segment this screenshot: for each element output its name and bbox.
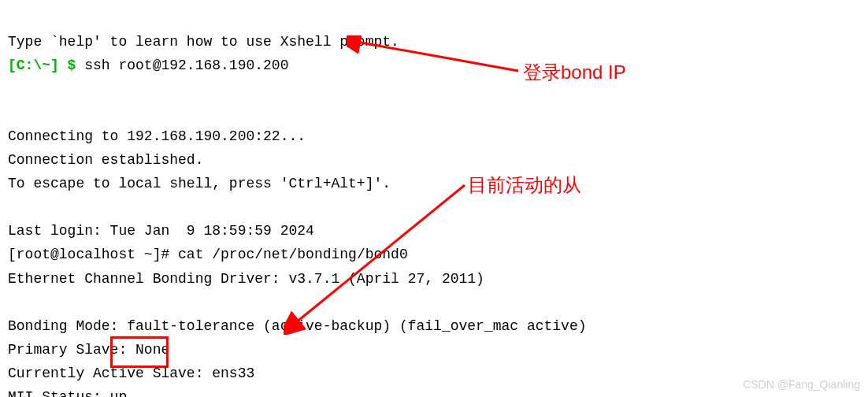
last-login: Last login: Tue Jan 9 18:59:59 2024 <box>8 223 314 239</box>
root-prompt: [root@localhost ~]# <box>8 247 178 262</box>
connecting-text: Connecting to 192.168.190.200:22... <box>8 128 306 144</box>
prompt-path: [C:\~] <box>8 58 59 73</box>
help-text: Type `help' to learn how to use Xshell p… <box>8 34 399 50</box>
bonding-mode: Bonding Mode: fault-tolerance (active-ba… <box>8 318 587 334</box>
connection-established: Connection established. <box>8 152 203 168</box>
escape-hint: To escape to local shell, press 'Ctrl+Al… <box>8 176 391 191</box>
prompt-symbol: $ <box>59 58 84 73</box>
active-slave: Currently Active Slave: ens33 <box>8 365 254 381</box>
terminal-output: Type `help' to learn how to use Xshell p… <box>8 6 860 397</box>
annotation-login-bond-ip: 登录bond IP <box>523 57 626 88</box>
driver-line: Ethernet Channel Bonding Driver: v3.7.1 … <box>8 271 484 287</box>
watermark-text: CSDN @Fang_Qianling <box>743 376 860 394</box>
annotation-active-slave: 目前活动的从 <box>468 169 581 201</box>
mii-status: MII Status: up <box>8 389 127 397</box>
ssh-command: ssh root@192.168.190.200 <box>84 58 288 73</box>
cat-command: cat /proc/net/bonding/bond0 <box>178 247 408 262</box>
primary-slave: Primary Slave: None <box>8 342 169 358</box>
